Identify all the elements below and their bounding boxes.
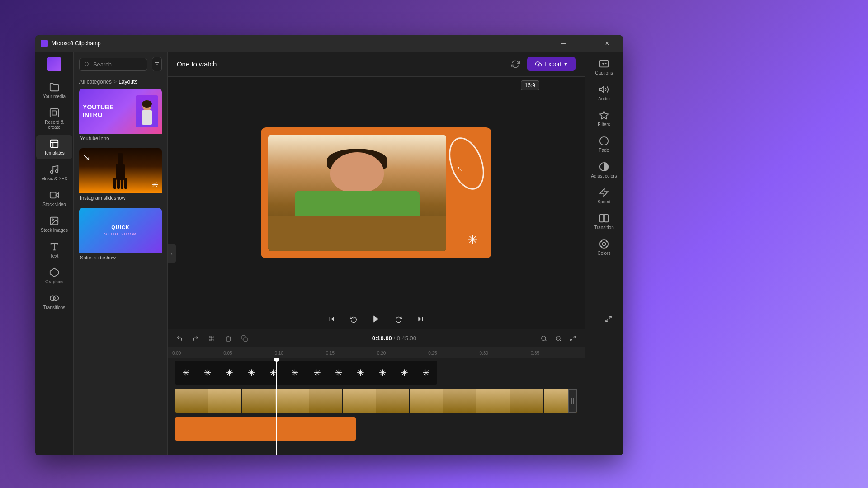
- captions-icon: [599, 59, 609, 69]
- skip-to-end-button[interactable]: [413, 312, 428, 326]
- svg-text:5: 5: [353, 318, 354, 320]
- sync-icon[interactable]: [509, 58, 522, 70]
- cut-button[interactable]: [206, 332, 218, 345]
- transitions-icon: [49, 293, 59, 303]
- sidebar-item-record-create[interactable]: Record & create: [36, 104, 72, 133]
- svg-rect-61: [604, 215, 608, 222]
- right-item-adjust-colors[interactable]: Adjust colors: [586, 158, 622, 182]
- export-label: Export: [544, 61, 561, 67]
- zoom-in-button[interactable]: [552, 332, 565, 345]
- rewind-button[interactable]: 5: [346, 312, 361, 326]
- fullscreen-button[interactable]: [601, 312, 616, 326]
- breadcrumb-parent[interactable]: All categories: [79, 79, 112, 85]
- preview-area: ✳ ← 16:9: [168, 77, 585, 309]
- right-item-label: Fade: [599, 148, 609, 153]
- right-item-transition[interactable]: Transition: [586, 210, 622, 234]
- right-item-captions[interactable]: Captions: [586, 55, 622, 79]
- filter-button[interactable]: [152, 57, 162, 71]
- expand-button[interactable]: [566, 332, 579, 345]
- arrow-annotation: ↘: [83, 152, 90, 163]
- forward-button[interactable]: [392, 312, 406, 326]
- close-button[interactable]: ✕: [597, 35, 618, 52]
- sidebar-item-transitions[interactable]: Transitions: [36, 290, 72, 314]
- video-track-content[interactable]: [175, 389, 577, 413]
- skip-end-icon: [417, 315, 424, 323]
- right-item-fade[interactable]: Fade: [586, 132, 622, 156]
- right-item-audio[interactable]: Audio: [586, 81, 622, 105]
- overlay-track-content[interactable]: ✳ ✳ ✳ ✳ ✳ ✳ ✳ ✳ ✳ ✳ ✳ ✳: [175, 361, 437, 385]
- sales-slide-subtext: SLIDESHOW: [104, 232, 137, 236]
- play-button[interactable]: [368, 311, 384, 327]
- panel-collapse-button[interactable]: ‹: [168, 244, 176, 263]
- svg-point-37: [210, 336, 212, 338]
- svg-marker-56: [600, 87, 604, 93]
- zoom-in-icon: [555, 335, 561, 342]
- template-card-yt-intro[interactable]: YOUTUBEINTRO Youtube intro: [79, 89, 162, 143]
- folder-icon: [49, 82, 59, 92]
- right-item-colors[interactable]: Colors: [586, 235, 622, 259]
- svg-rect-2: [51, 140, 58, 148]
- ruler-mark-2: 0:10: [274, 351, 325, 356]
- right-item-filters[interactable]: Filters: [586, 107, 622, 131]
- tracks-content: ✳ ✳ ✳ ✳ ✳ ✳ ✳ ✳ ✳ ✳ ✳ ✳: [168, 358, 585, 447]
- trim-handle[interactable]: [568, 389, 577, 413]
- sidebar-item-stock-images[interactable]: Stock images: [36, 212, 72, 236]
- template-thumb-ig-slideshow: ↘ ✳: [79, 148, 162, 193]
- right-item-label: Audio: [598, 96, 610, 101]
- top-header: One to watch Export ▾: [168, 52, 585, 77]
- fade-icon: [599, 136, 609, 146]
- sidebar-item-your-media[interactable]: Your media: [36, 79, 72, 103]
- export-button[interactable]: Export ▾: [527, 57, 576, 71]
- giraffe-svg: [109, 153, 132, 189]
- right-item-label: Adjust colors: [591, 174, 617, 178]
- svg-rect-23: [116, 164, 125, 180]
- svg-point-21: [142, 100, 152, 108]
- sidebar-item-stock-video[interactable]: Stock video: [36, 187, 72, 211]
- search-input[interactable]: [93, 61, 142, 68]
- scissors-icon: [209, 335, 215, 342]
- image-icon: [49, 216, 59, 226]
- video-track: [175, 389, 577, 416]
- svg-rect-42: [244, 338, 247, 341]
- template-label-sales-slideshow: Sales slideshow: [79, 253, 162, 262]
- sidebar-item-templates[interactable]: Templates: [36, 135, 72, 159]
- delete-button[interactable]: [222, 332, 235, 345]
- playhead[interactable]: [276, 358, 277, 455]
- thumb-11: [510, 389, 544, 413]
- right-item-speed[interactable]: Speed: [586, 184, 622, 208]
- minimize-button[interactable]: —: [553, 35, 574, 52]
- template-card-ig-slideshow[interactable]: ↘ ✳ I: [79, 148, 162, 202]
- skip-to-start-button[interactable]: [325, 312, 339, 326]
- aspect-ratio-badge[interactable]: 16:9: [521, 80, 539, 90]
- template-card-sales-slideshow[interactable]: QUICK SLIDESHOW Sales slideshow: [79, 208, 162, 262]
- forward-icon: [395, 315, 402, 323]
- lower-track-content[interactable]: [175, 417, 356, 441]
- svg-point-4: [56, 170, 58, 173]
- app-icon: [41, 40, 48, 47]
- search-box[interactable]: [79, 58, 147, 71]
- rewind-icon: 5: [350, 315, 357, 323]
- sidebar-item-music-sfx[interactable]: Music & SFX: [36, 161, 72, 185]
- text-icon: [49, 242, 59, 252]
- sidebar-item-graphics[interactable]: Graphics: [36, 264, 72, 288]
- title-bar: Microsoft Clipchamp — □ ✕: [35, 35, 623, 52]
- ruler-mark-5: 0:25: [427, 351, 478, 356]
- ruler-mark-6: 0:30: [478, 351, 529, 356]
- redo-button[interactable]: [189, 332, 202, 345]
- right-item-label: Filters: [598, 122, 610, 127]
- template-label-yt-intro: Youtube intro: [79, 134, 162, 143]
- zoom-out-button[interactable]: [538, 332, 550, 345]
- fullscreen-icon: [605, 315, 612, 323]
- total-time: 0:45.00: [397, 335, 416, 342]
- thumb-2: [208, 389, 242, 413]
- maximize-button[interactable]: □: [575, 35, 596, 52]
- undo-button[interactable]: [173, 332, 186, 345]
- svg-marker-33: [418, 317, 421, 322]
- person-svg: [138, 98, 156, 125]
- trash-icon: [225, 335, 231, 342]
- speed-icon: [599, 188, 609, 197]
- app-title: Microsoft Clipchamp: [52, 40, 553, 47]
- ruler-mark-3: 0:15: [325, 351, 376, 356]
- sidebar-item-text[interactable]: Text: [36, 238, 72, 262]
- copy-button[interactable]: [238, 332, 251, 345]
